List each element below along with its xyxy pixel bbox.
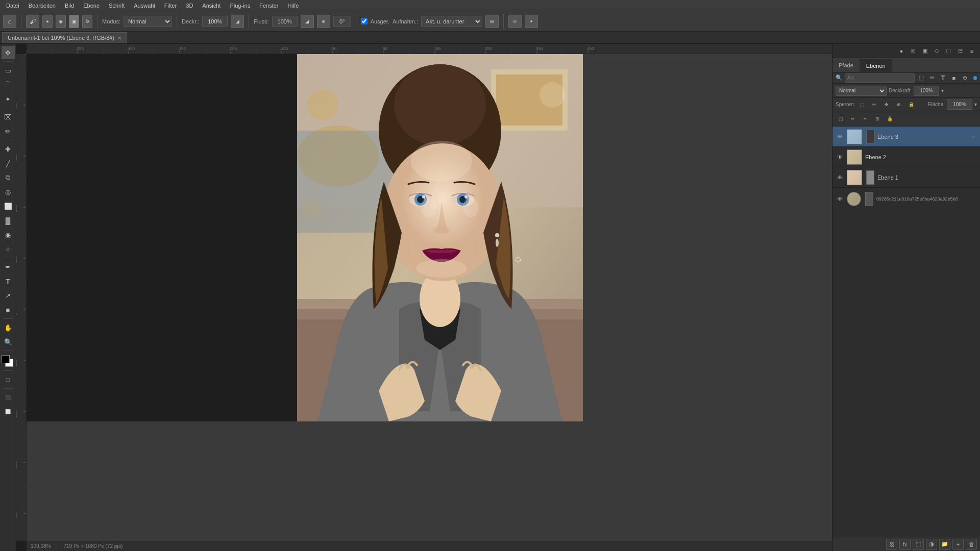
rt-icon-2[interactable]: ◎ [908, 46, 918, 56]
foreground-color[interactable] [2, 355, 10, 363]
brush-hardness-btn[interactable]: ▣ [69, 15, 79, 28]
tool-history-brush[interactable]: ◎ [2, 185, 15, 198]
layer-toolbar-btn-4[interactable]: ⊞ [872, 114, 883, 124]
rt-icon-3[interactable]: ▣ [920, 46, 930, 56]
fluss-pressure-btn[interactable]: ◢ [301, 15, 314, 28]
new-layer-btn[interactable]: + [952, 539, 964, 550]
lock-image-btn[interactable]: ✏ [869, 99, 879, 110]
menu-plugins[interactable]: Plug-ins [226, 2, 254, 10]
tool-dodge[interactable]: ○ [2, 242, 15, 256]
tool-zoom[interactable]: 🔍 [2, 335, 15, 348]
tool-pen[interactable]: ✒ [2, 260, 15, 273]
layer-toolbar-btn-3[interactable]: + [860, 114, 870, 124]
menu-bearbeiten[interactable]: Bearbeiten [24, 2, 60, 10]
tool-path[interactable]: ↗ [2, 289, 15, 302]
layer-options-ebene3[interactable]: ○ [970, 133, 977, 140]
deckkraft-dropdown-icon[interactable]: ▾ [941, 88, 944, 93]
füllen-input[interactable] [947, 99, 972, 110]
tool-gradient[interactable]: ▓ [2, 214, 15, 227]
tool-magic-wand[interactable]: ✦ [2, 92, 15, 106]
layer-toolbar-btn-5[interactable]: 🔒 [885, 114, 895, 124]
add-style-btn[interactable]: fx [899, 539, 911, 550]
link-layers-btn[interactable]: ⛓ [886, 539, 897, 550]
layer-search-input[interactable] [845, 73, 915, 83]
layer-filter-icon-5[interactable]: ⊕ [961, 73, 969, 83]
menu-hilfe[interactable]: Hilfe [283, 2, 303, 10]
lock-transparent-btn[interactable]: ⬚ [857, 99, 867, 110]
layer-filter-icon-2[interactable]: ✏ [927, 73, 936, 83]
layer-item-hash[interactable]: 👁 09265c211e010a725e3ba4623a92b5b6 [832, 188, 980, 210]
new-adjustment-btn[interactable]: ◑ [926, 539, 937, 550]
deckkraft-input[interactable] [914, 86, 939, 96]
tab-ebenen[interactable]: Ebenen [860, 59, 892, 72]
rt-icon-4[interactable]: ◇ [932, 46, 942, 56]
home-button[interactable]: ⌂ [3, 15, 16, 28]
aufnahme-select[interactable]: Akt. u. darunter Aktuelle Ebene Alle Ebe… [421, 16, 482, 27]
tool-eyedropper[interactable]: ✏ [2, 124, 15, 138]
ausger-checkbox[interactable] [361, 18, 368, 24]
layer-filter-icon-3[interactable]: T [939, 73, 947, 83]
tool-lasso[interactable]: ⌒ [2, 78, 15, 91]
symmetry-btn[interactable]: ⊙ [508, 15, 522, 28]
menu-3d[interactable]: 3D [182, 2, 197, 10]
brush-shape-btn[interactable]: ◉ [56, 15, 66, 28]
lock-artboard-btn[interactable]: ⊕ [894, 99, 904, 110]
doc-tab-close[interactable]: ✕ [117, 35, 121, 41]
menu-schrift[interactable]: Schrift [105, 2, 129, 10]
layer-item-ebene1[interactable]: 👁 Ebene 1 [832, 167, 980, 188]
tool-hand[interactable]: ✋ [2, 321, 15, 334]
layer-eye-ebene1[interactable]: 👁 [836, 173, 844, 182]
new-group-btn[interactable]: 📁 [939, 539, 950, 550]
menu-auswahl[interactable]: Auswahl [130, 2, 159, 10]
lock-position-btn[interactable]: ✥ [881, 99, 892, 110]
brush-size-btn[interactable]: ● [42, 15, 53, 28]
layer-filter-icon-4[interactable]: ■ [949, 73, 958, 83]
layer-eye-ebene2[interactable]: 👁 [836, 153, 844, 161]
extra-btn[interactable]: ✦ [525, 15, 538, 28]
tool-shape[interactable]: ■ [2, 303, 15, 316]
fluss-input[interactable] [272, 16, 298, 27]
angle-btn[interactable]: ⊕ [317, 15, 330, 28]
rt-icon-1[interactable]: ● [896, 46, 906, 56]
füllen-dropdown-icon[interactable]: ▾ [974, 102, 977, 107]
tool-screen-mode[interactable]: ⬛ [2, 391, 15, 404]
tool-artboard[interactable]: ⬜ [2, 405, 15, 418]
rt-icon-6[interactable]: ⊟ [955, 46, 965, 56]
brush-settings-btn[interactable]: ⚙ [82, 15, 92, 28]
menu-bild[interactable]: Bild [61, 2, 78, 10]
deckraft-input[interactable] [202, 16, 228, 27]
layer-toolbar-btn-2[interactable]: ✏ [848, 114, 858, 124]
menu-ansicht[interactable]: Ansicht [198, 2, 225, 10]
menu-ebene[interactable]: Ebene [79, 2, 104, 10]
layer-item-ebene3[interactable]: 👁 Ebene 3 ○ [832, 127, 980, 147]
tool-blur[interactable]: ◉ [2, 228, 15, 241]
modus-select[interactable]: Normal Auflösen Abdunkeln Multiplizieren [124, 16, 172, 27]
layer-filter-icon-1[interactable]: ⬚ [917, 73, 925, 83]
pressure-btn[interactable]: ◢ [231, 15, 244, 28]
canvas-content[interactable] [27, 54, 832, 541]
lock-all-btn[interactable]: 🔒 [906, 99, 916, 110]
layer-toolbar-btn-1[interactable]: ⬚ [836, 114, 846, 124]
layer-item-ebene2[interactable]: 👁 Ebene 2 [832, 147, 980, 167]
tool-crop[interactable]: ⌧ [2, 110, 15, 123]
layer-eye-ebene3[interactable]: 👁 [836, 133, 844, 141]
tool-move[interactable]: ✥ [2, 46, 15, 59]
menu-datei[interactable]: Datei [2, 2, 23, 10]
layer-eye-hash[interactable]: 👁 [836, 195, 844, 203]
tool-brush[interactable]: ╱ [2, 157, 15, 170]
sample-all-btn[interactable]: ⊞ [485, 15, 499, 28]
menu-filter[interactable]: Filter [160, 2, 181, 10]
brush-tool-btn[interactable]: 🖌 [26, 15, 39, 28]
delete-layer-btn[interactable]: 🗑 [966, 539, 977, 550]
canvas-area[interactable]: -550 -450 -350 -250 -150 -50 [16, 44, 832, 551]
tool-quick-mask[interactable]: ⬚ [2, 373, 15, 386]
tool-healing[interactable]: ✚ [2, 142, 15, 156]
tab-pfade[interactable]: Pfade [832, 59, 860, 72]
angle-input[interactable] [333, 16, 351, 27]
tool-marquee[interactable]: ▭ [2, 64, 15, 77]
tool-clone[interactable]: ⧉ [2, 171, 15, 184]
rt-icon-5[interactable]: ⬚ [943, 46, 953, 56]
blend-mode-select[interactable]: Normal Auflösen Abdunkeln Multiplizieren… [836, 86, 887, 96]
tool-eraser[interactable]: ⬜ [2, 199, 15, 213]
tool-text[interactable]: T [2, 274, 15, 288]
